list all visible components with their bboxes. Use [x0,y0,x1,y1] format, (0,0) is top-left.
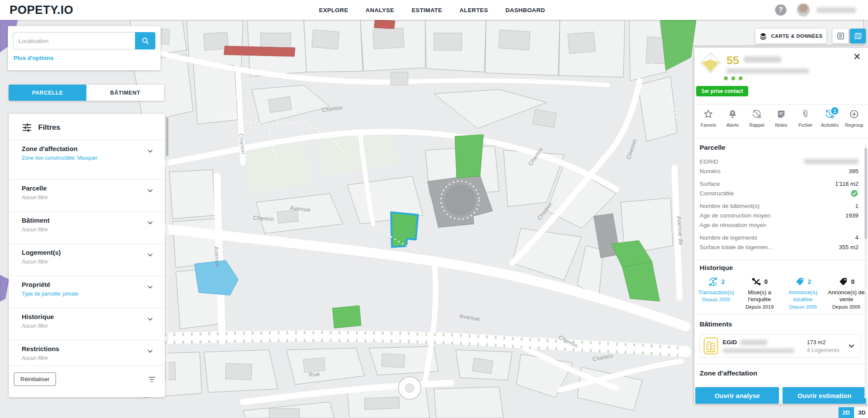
toggle-3d[interactable]: 3D [854,407,868,418]
building-address-redacted [723,349,794,353]
score-dots [724,76,743,80]
close-icon[interactable]: ✕ [853,52,861,62]
historique-section: Historique $ 2 Transaction(s) Depuis 200… [694,264,868,309]
status-badge: 1er prise contact [696,86,748,96]
hist-enquete[interactable]: 0 Mise(s) a l'enquête Depuis 2019 [738,276,781,309]
check-circle-icon [850,189,858,197]
filters-title: Filtres [38,123,60,132]
help-icon[interactable]: ? [775,4,786,16]
batiments-section: Bâtiments EGID 173 m2 4 Lo [694,320,868,328]
tab-parcelle[interactable]: PARCELLE [9,85,86,101]
tab-batiment[interactable]: BÂTIMENT [86,85,164,101]
reset-filters-button[interactable]: Réinitialiser [14,372,56,386]
user-name-redacted [817,7,856,13]
paperclip-icon [800,109,811,119]
chevron-down-icon[interactable] [146,347,155,355]
nav-analyse[interactable]: ANALYSE [365,7,394,13]
list-view-button[interactable] [832,29,848,43]
nav-dashboard[interactable]: DASHBOARD [506,7,545,13]
hist-transactions[interactable]: $ 2 Transaction(s) Depuis 2005 [694,276,738,309]
app-logo: POPETY.IO [10,3,73,17]
panel-footer: Ouvrir analyse Ouvrir estimation [694,387,868,404]
action-fichier[interactable]: Fichier [794,109,817,138]
list-icon [836,32,845,40]
parcel-score: 55 [727,54,739,67]
row-surface: Surface1'118 m2 [694,179,868,188]
nav-estimate[interactable]: ESTIMATE [411,7,442,13]
building-card[interactable]: EGID 173 m2 4 Logements [700,334,861,358]
egid-value-redacted [740,340,767,345]
row-age-construction: Age de construction moyen1939 [694,211,868,220]
main-nav: EXPLORE ANALYSE ESTIMATE ALERTES DASHBOA… [319,0,545,20]
search-button[interactable] [135,32,155,49]
more-options-link[interactable]: Plus d'options [13,55,53,61]
note-icon [776,109,786,119]
search-icon [141,36,150,45]
street-label: Rue [309,371,320,378]
filters-scrollbar[interactable] [166,116,168,394]
parcel-address-redacted [727,69,809,73]
app-screen: CheminCheminAvenueCheminAvenueAvenueChem… [0,0,868,418]
tools-icon [751,276,762,287]
filter-list-icon[interactable] [148,375,156,384]
panel-actions: Favoris Alerte Rappel Notes Fichier 1 [694,105,868,138]
toggle-2d[interactable]: 2D [838,407,854,418]
hist-annonces-locative[interactable]: 2 Annonce(s) locative Depuis 2005 [781,276,825,309]
zone-affectation-section: Zone d'affectation [694,369,868,377]
chevron-down-icon[interactable] [146,218,155,227]
tag-icon [838,276,848,287]
score-diamond-icon [699,51,722,75]
parcelle-title: Parcelle [694,144,868,151]
filters-panel: Filtres Zone d'affectation Zone non cons… [9,114,165,397]
egid-label: EGID [723,339,737,346]
hist-annonces-vente[interactable]: 0 Annonce(s) de vente Depuis 2005 [825,276,868,309]
historique-title: Historique [694,264,868,272]
action-favoris[interactable]: Favoris [697,109,720,138]
open-estimation-button[interactable]: Ouvrir estimation [783,387,866,404]
parcel-detail-panel: 55 1er prise contact ✕ Favoris Alerte Ra… [694,48,868,404]
map-dimension-toggle: 2D 3D [838,407,868,418]
chevron-down-icon[interactable] [146,147,155,155]
building-logements: 4 Logements [807,347,847,353]
zone-affectation-title: Zone d'affectation [694,369,868,377]
chevron-down-icon[interactable] [146,186,155,195]
panel-scrollbar[interactable] [865,145,867,398]
map-icon [854,32,862,40]
row-nb-batiments: Nombre de bâtiment(s)1 [694,201,868,211]
search-input[interactable] [13,32,135,49]
nav-explore[interactable]: EXPLORE [319,7,348,13]
parcelle-section: Parcelle EGRID Numéro395 Surface1'118 m2… [694,144,868,252]
parcel-name-redacted [744,56,781,63]
top-navigation-bar: POPETY.IO EXPLORE ANALYSE ESTIMATE ALERT… [0,0,868,20]
history-gear-icon [752,109,762,119]
batiments-title: Bâtiments [694,320,868,328]
egrid-value-redacted [804,159,858,164]
action-notes[interactable]: Notes [770,109,792,138]
carte-donnees-button[interactable]: CARTE & DONNÉES [755,29,826,43]
activites-badge: 1 [830,106,839,115]
svg-text:$: $ [712,280,714,284]
row-nb-logements: Nombre de logements4 [694,233,868,242]
search-card: Plus d'options [8,26,161,70]
plus-circle-icon [849,109,859,119]
chevron-down-icon[interactable] [146,315,155,323]
chevron-down-icon[interactable] [146,250,155,259]
action-regroup[interactable]: Regroup [843,109,865,138]
transactions-icon: $ [707,276,719,287]
action-activites[interactable]: 1 Activités [819,109,841,138]
open-analysis-button[interactable]: Ouvrir analyse [695,387,779,404]
action-rappel[interactable]: Rappel [746,109,768,138]
row-egrid: EGRID [694,157,868,166]
tune-icon [22,122,32,133]
avatar[interactable] [797,3,810,16]
action-alerte[interactable]: Alerte [721,109,744,138]
row-surface-logements: Surface totale de logemen...355 m2 [694,242,868,252]
chevron-down-icon[interactable] [146,283,155,291]
chevron-down-icon[interactable] [847,341,856,351]
map-view-button[interactable] [850,29,866,43]
entity-tabs: PARCELLE BÂTIMENT [9,85,164,101]
building-surface: 173 m2 [807,339,847,346]
nav-alertes[interactable]: ALERTES [460,7,488,13]
tag-icon [795,276,805,287]
star-icon [703,109,713,119]
